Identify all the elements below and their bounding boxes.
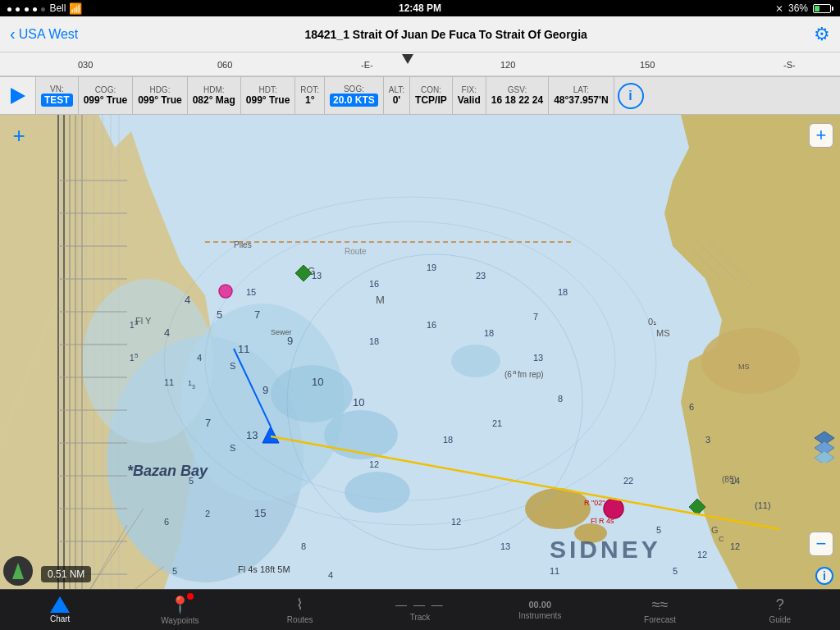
scale-label: 0.51 NM bbox=[41, 566, 91, 582]
svg-text:10: 10 bbox=[312, 376, 323, 388]
svg-text:7: 7 bbox=[533, 312, 538, 322]
svg-text:R "02": R "02" bbox=[584, 499, 605, 507]
svg-text:(85): (85) bbox=[722, 475, 737, 484]
scale-bar: 0.51 NM bbox=[41, 566, 91, 582]
svg-point-14 bbox=[82, 279, 213, 443]
svg-text:9: 9 bbox=[287, 335, 293, 347]
svg-text:8: 8 bbox=[558, 394, 563, 404]
gsv-label: GSV: bbox=[508, 85, 527, 94]
svg-text:Fl 4s 18ft 5M: Fl 4s 18ft 5M bbox=[238, 564, 290, 574]
svg-text:a: a bbox=[513, 368, 517, 376]
svg-text:11: 11 bbox=[550, 566, 559, 576]
gps-compass-button[interactable] bbox=[3, 556, 33, 586]
svg-text:23: 23 bbox=[476, 271, 486, 281]
sog-value: 20.0 KTS bbox=[330, 94, 378, 107]
sog-label: SOG: bbox=[344, 84, 364, 94]
svg-point-21 bbox=[271, 365, 353, 422]
tab-routes[interactable]: ⌇ Routes bbox=[240, 590, 360, 630]
svg-text:C: C bbox=[719, 535, 724, 543]
status-bar: Bell 📶 12:48 PM ⨯ 36% bbox=[0, 0, 840, 16]
hdt-cell: HDT: 099° True bbox=[241, 77, 296, 115]
svg-text:10: 10 bbox=[353, 396, 364, 409]
svg-text:9: 9 bbox=[262, 384, 268, 396]
status-right: ⨯ 36% bbox=[775, 2, 833, 14]
info-button[interactable]: i bbox=[618, 83, 644, 109]
tab-guide[interactable]: ? Guide bbox=[720, 590, 840, 630]
tab-track[interactable]: ― ― ― Track bbox=[360, 590, 480, 630]
guide-tab-label: Guide bbox=[769, 615, 791, 624]
lat-label: LAT: bbox=[573, 85, 589, 94]
svg-text:5: 5 bbox=[673, 566, 678, 576]
wp-dot bbox=[187, 593, 194, 600]
svg-text:13: 13 bbox=[533, 353, 543, 363]
svg-text:0₁: 0₁ bbox=[648, 317, 656, 326]
svg-text:11: 11 bbox=[238, 343, 249, 355]
svg-text:16: 16 bbox=[427, 320, 436, 330]
zoom-out-button[interactable]: − bbox=[809, 532, 833, 556]
svg-text:5: 5 bbox=[656, 525, 661, 535]
gsv-cell: GSV: 16 18 22 24 bbox=[486, 77, 549, 115]
svg-text:18: 18 bbox=[558, 287, 568, 297]
cog-cell: COG: 099° True bbox=[79, 77, 134, 115]
svg-text:MS: MS bbox=[738, 363, 750, 371]
play-icon bbox=[11, 88, 25, 104]
carrier-signal: Bell 📶 bbox=[7, 2, 82, 15]
ruler-bar: 030 060 -E- 120 150 -S- bbox=[0, 52, 840, 77]
nav-title: 18421_1 Strait Of Juan De Fuca To Strait… bbox=[304, 28, 587, 41]
svg-text:5: 5 bbox=[135, 352, 139, 359]
settings-button[interactable]: ⚙ bbox=[814, 24, 830, 45]
back-button[interactable]: ‹ USA West bbox=[10, 25, 78, 43]
alt-value: 0' bbox=[393, 94, 401, 106]
svg-text:12: 12 bbox=[451, 517, 461, 527]
nautical-chart-svg: 15 13 16 19 23 18 16 18 7 18 13 8 21 18 … bbox=[0, 115, 840, 589]
hdt-label: HDT: bbox=[258, 85, 276, 94]
svg-text:18: 18 bbox=[484, 328, 494, 338]
alt-cell: ALT: 0' bbox=[384, 77, 410, 115]
hdm-cell: HDM: 082° Mag bbox=[188, 77, 241, 115]
ruler-ticks-svg bbox=[0, 52, 840, 76]
svg-text:7: 7 bbox=[254, 308, 260, 321]
hdg-cell: HDG: 099° True bbox=[133, 77, 188, 115]
svg-text:Fl Y: Fl Y bbox=[135, 316, 152, 326]
play-button[interactable] bbox=[0, 77, 36, 115]
svg-text:4: 4 bbox=[164, 326, 170, 339]
status-time: 12:48 PM bbox=[399, 2, 441, 14]
con-label: CON: bbox=[421, 85, 441, 94]
svg-text:Fl R 4s: Fl R 4s bbox=[591, 517, 614, 525]
chart-info-button[interactable]: i bbox=[815, 567, 833, 585]
instruments-tab-icon: 00.00 bbox=[529, 600, 552, 609]
instruments-tab-label: Instruments bbox=[518, 611, 561, 620]
svg-text:12: 12 bbox=[369, 459, 379, 469]
chart-area[interactable]: 15 13 16 19 23 18 16 18 7 18 13 8 21 18 … bbox=[0, 115, 840, 589]
svg-point-17 bbox=[525, 488, 591, 529]
sog-cell: SOG: 20.0 KTS bbox=[325, 77, 384, 115]
svg-text:3: 3 bbox=[705, 435, 710, 445]
tab-instruments[interactable]: 00.00 Instruments bbox=[480, 590, 600, 630]
bluetooth-icon: ⨯ bbox=[775, 2, 783, 14]
svg-text:5: 5 bbox=[172, 566, 177, 576]
fix-value: Valid bbox=[458, 94, 481, 106]
con-cell: CON: TCP/IP bbox=[410, 77, 453, 115]
tab-waypoints[interactable]: 📍 Waypoints bbox=[120, 590, 240, 630]
svg-text:13: 13 bbox=[246, 429, 258, 441]
routes-tab-label: Routes bbox=[287, 615, 313, 624]
svg-text:15: 15 bbox=[246, 287, 256, 297]
add-waypoint-button[interactable]: + bbox=[7, 123, 31, 148]
svg-text:18: 18 bbox=[443, 435, 453, 445]
rot-value: 1° bbox=[305, 94, 314, 106]
layers-button[interactable] bbox=[813, 430, 836, 466]
tab-forecast[interactable]: ≈≈ Forecast bbox=[600, 590, 719, 630]
hdg-value: 099° True bbox=[138, 94, 182, 106]
hdg-label: HDG: bbox=[149, 85, 170, 94]
carrier-label: Bell bbox=[49, 2, 66, 14]
svg-point-99 bbox=[219, 285, 232, 298]
track-tab-icon: ― ― ― bbox=[395, 598, 445, 611]
tab-bar: Chart 📍 Waypoints ⌇ Routes ― ― ― Track 0… bbox=[0, 589, 840, 630]
svg-text:22: 22 bbox=[623, 476, 633, 486]
svg-text:13: 13 bbox=[500, 541, 510, 551]
svg-point-23 bbox=[345, 472, 410, 513]
svg-text:12: 12 bbox=[697, 550, 707, 559]
tab-chart[interactable]: Chart bbox=[0, 590, 120, 630]
chart-tab-icon bbox=[50, 596, 70, 613]
zoom-in-button[interactable]: + bbox=[809, 123, 833, 148]
